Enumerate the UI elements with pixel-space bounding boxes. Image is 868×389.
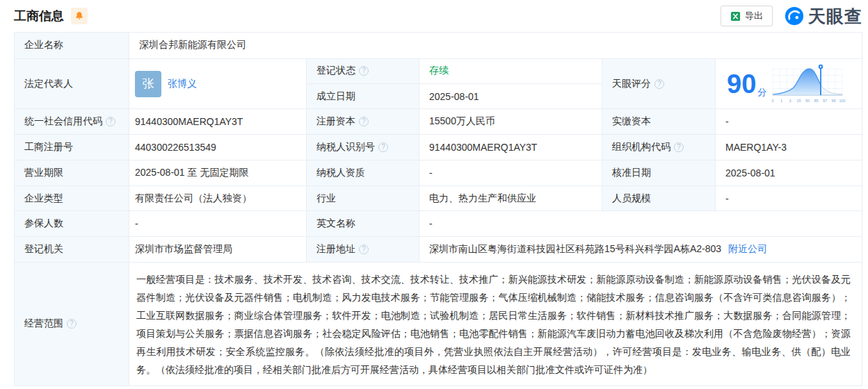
x-tick: 0 xyxy=(772,99,774,103)
legal-rep-avatar[interactable]: 张 xyxy=(135,71,161,97)
table-row-business-scope: 经营范围 ? 一般经营项目是：技术服务、技术开发、技术咨询、技术交流、技术转让、… xyxy=(15,263,862,386)
tianyan-score-number: 90 xyxy=(727,71,756,97)
paid-capital-text: - xyxy=(725,116,729,127)
table-row-insured-count: 参保人数 - 英文名称 - xyxy=(15,211,862,237)
label-text: 核准日期 xyxy=(612,167,651,179)
value-company-name: 深圳合邦新能源有限公司 xyxy=(129,33,862,58)
value-business-term: 2025-08-01 至 无固定期限 xyxy=(129,160,307,185)
sub-row-reg-status: 登记状态 ? 存续 xyxy=(307,59,602,84)
insured-count-text: - xyxy=(135,218,138,229)
label-text: 组织机构代码 xyxy=(612,141,670,154)
table-row-legal-rep: 法定代表人 张 张博义 登记状态 ? 存续 成立日期 2025-08-0 xyxy=(15,59,862,110)
x-tick: 15 xyxy=(797,99,801,103)
label-establish-date: 成立日期 xyxy=(307,84,419,108)
value-reg-number: 440300226513549 xyxy=(129,135,307,160)
business-term-text: 2025-08-01 至 无固定期限 xyxy=(135,167,248,179)
label-text: 纳税人识别号 xyxy=(316,141,375,154)
label-text: 天眼评分 xyxy=(612,78,651,90)
panel-header: 工商信息 导出 天眼查 xyxy=(14,0,862,32)
label-text: 参保人数 xyxy=(24,217,63,230)
business-info-table: 企业名称 深圳合邦新能源有限公司 法定代表人 张 张博义 登记状态 ? 存续 xyxy=(14,32,862,386)
x-tick: 50 xyxy=(805,99,810,103)
label-tianyan-score: 天眼评分 ? xyxy=(602,59,716,109)
business-scope-text: 一般经营项目是：技术服务、技术开发、技术咨询、技术交流、技术转让、技术推广；新兴… xyxy=(136,270,851,379)
x-tick: 85 xyxy=(814,99,819,103)
tianyancha-logo[interactable]: 天眼查 xyxy=(784,5,862,28)
value-org-code: MAERQ1AY-3 xyxy=(716,135,862,160)
export-button[interactable]: 导出 xyxy=(721,6,773,26)
label-industry: 行业 xyxy=(307,186,419,211)
label-text: 英文名称 xyxy=(316,217,355,230)
help-icon[interactable]: ? xyxy=(359,117,369,126)
label-text: 注册地址 xyxy=(316,243,355,256)
establish-date-text: 2025-08-01 xyxy=(429,91,479,102)
x-tick: 97 xyxy=(823,99,827,103)
label-text: 法定代表人 xyxy=(24,78,73,90)
status-date-subtable: 登记状态 ? 存续 成立日期 2025-08-01 xyxy=(307,59,602,109)
table-row-reg-number: 工商注册号 440300226513549 纳税人识别号 ? 91440300M… xyxy=(15,135,862,160)
subscribe-bell-button[interactable] xyxy=(71,8,88,24)
reg-number-text: 440300226513549 xyxy=(135,142,216,153)
x-tick: 100 xyxy=(839,99,846,103)
value-reg-address: 深圳市南山区粤海街道科技园社区科苑路15号科兴科学园A栋A2-803 附近公司 xyxy=(419,237,862,262)
label-text: 经营范围 xyxy=(24,317,63,330)
value-company-type: 有限责任公司（法人独资） xyxy=(129,186,307,211)
tianyancha-logo-text: 天眼查 xyxy=(808,5,862,28)
help-icon[interactable]: ? xyxy=(674,142,684,152)
legal-rep-link[interactable]: 张博义 xyxy=(168,78,197,90)
value-business-scope: 一般经营项目是：技术服务、技术开发、技术咨询、技术交流、技术转让、技术推广；新兴… xyxy=(129,263,862,386)
staff-size-text: - xyxy=(725,193,729,204)
value-reg-authority: 深圳市市场监督管理局 xyxy=(129,237,307,262)
company-name-text: 深圳合邦新能源有限公司 xyxy=(139,39,246,51)
bell-icon xyxy=(74,11,84,21)
value-industry: 电力、热力生产和供应业 xyxy=(419,186,602,211)
label-approval-date: 核准日期 xyxy=(602,160,716,185)
help-icon[interactable]: ? xyxy=(359,66,369,76)
taxpayer-id-text: 91440300MAERQ1AY3T xyxy=(429,142,537,153)
label-taxpayer-id: 纳税人识别号 ? xyxy=(307,135,419,160)
label-legal-rep: 法定代表人 xyxy=(15,59,129,109)
label-credit-code: 统一社会信用代码 ? xyxy=(15,109,129,134)
label-text: 人员规模 xyxy=(612,192,651,205)
x-tick: 99 xyxy=(832,99,836,103)
english-name-text: - xyxy=(429,218,433,229)
label-text: 统一社会信用代码 xyxy=(24,115,102,128)
export-button-label: 导出 xyxy=(745,10,763,22)
industry-text: 电力、热力生产和供应业 xyxy=(429,192,536,205)
label-text: 注册资本 xyxy=(316,115,355,128)
value-approval-date: 2025-08-01 xyxy=(716,160,862,185)
table-row-company-type: 企业类型 有限责任公司（法人独资） 行业 电力、热力生产和供应业 人员规模 - xyxy=(15,186,862,212)
panel-header-right: 导出 天眼查 xyxy=(721,5,862,28)
label-text: 登记状态 xyxy=(316,65,355,77)
label-insured-count: 参保人数 xyxy=(15,211,129,236)
value-establish-date: 2025-08-01 xyxy=(419,84,602,108)
label-text: 营业期限 xyxy=(24,167,63,179)
company-type-text: 有限责任公司（法人独资） xyxy=(135,192,252,205)
label-business-scope: 经营范围 ? xyxy=(15,263,129,386)
reg-capital-text: 15500万人民币 xyxy=(429,115,495,128)
value-english-name: - xyxy=(419,211,862,236)
x-tick: 1 xyxy=(780,99,782,103)
help-icon[interactable]: ? xyxy=(654,79,664,89)
help-icon[interactable]: ? xyxy=(359,245,369,254)
label-text: 企业名称 xyxy=(24,39,63,51)
help-icon[interactable]: ? xyxy=(106,117,115,126)
value-reg-status: 存续 xyxy=(419,59,602,83)
x-tick: 3 xyxy=(789,99,791,103)
business-info-panel: 工商信息 导出 天眼查 xyxy=(0,0,868,386)
label-text: 登记机关 xyxy=(24,243,63,256)
excel-icon xyxy=(730,11,741,22)
tianyan-score-unit: 分 xyxy=(757,86,766,99)
value-taxpayer-qualification: - xyxy=(419,160,602,185)
value-insured-count: - xyxy=(129,211,307,236)
label-reg-capital: 注册资本 ? xyxy=(307,109,419,134)
label-business-term: 营业期限 xyxy=(15,160,129,185)
label-text: 行业 xyxy=(316,192,336,205)
nearby-companies-link[interactable]: 附近公司 xyxy=(728,243,767,256)
chart-x-ticks: 0 1 3 15 50 85 97 99 100 xyxy=(772,99,846,103)
help-icon[interactable]: ? xyxy=(67,319,77,329)
label-text: 企业类型 xyxy=(24,192,63,205)
help-icon[interactable]: ? xyxy=(378,142,388,152)
reg-status-badge: 存续 xyxy=(429,65,449,77)
label-company-name: 企业名称 xyxy=(15,33,129,58)
